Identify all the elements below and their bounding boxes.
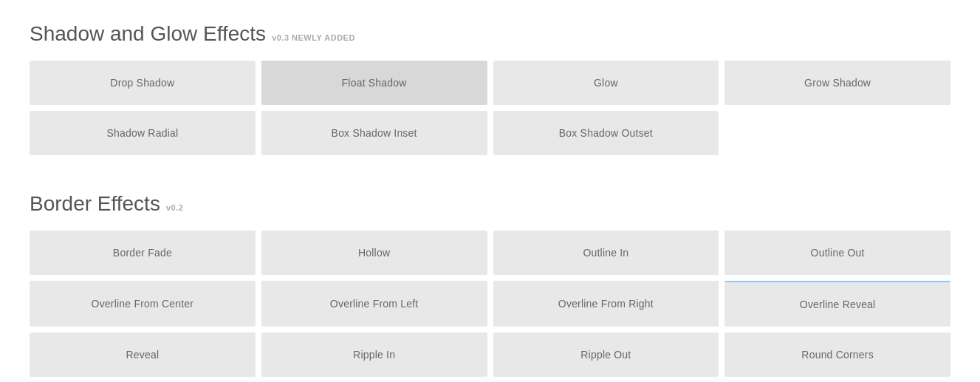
version-badge: v0.2	[166, 203, 183, 212]
effect-button[interactable]: Round Corners	[724, 332, 950, 377]
effect-button[interactable]: Ripple In	[261, 332, 487, 377]
page-container: Shadow and Glow Effectsv0.3 NEWLY ADDEDD…	[30, 22, 950, 382]
effect-button[interactable]: Reveal	[30, 332, 256, 377]
effect-button[interactable]: Drop Shadow	[30, 61, 256, 105]
version-badge: v0.3 NEWLY ADDED	[272, 33, 355, 42]
section-title: Shadow and Glow Effectsv0.3 NEWLY ADDED	[30, 22, 950, 46]
effect-button[interactable]: Overline From Right	[493, 281, 719, 327]
effect-button[interactable]: Outline In	[493, 231, 719, 275]
section-title: Border Effectsv0.2	[30, 192, 950, 216]
effect-button[interactable]: Grow Shadow	[724, 61, 950, 105]
effect-button[interactable]: Border Fade	[30, 231, 256, 275]
section-title-text: Shadow and Glow Effects	[30, 22, 266, 46]
section-shadow-glow: Shadow and Glow Effectsv0.3 NEWLY ADDEDD…	[30, 22, 950, 192]
effect-button[interactable]: Shadow Radial	[30, 111, 256, 155]
effect-button[interactable]: Glow	[493, 61, 719, 105]
effect-button[interactable]: Overline From Left	[261, 281, 487, 327]
empty-cell	[724, 111, 950, 155]
button-grid-border-effects: Border FadeHollowOutline InOutline OutOv…	[30, 231, 950, 377]
effect-button[interactable]: Hollow	[261, 231, 487, 275]
button-grid-shadow-glow: Drop ShadowFloat ShadowGlowGrow ShadowSh…	[30, 61, 950, 155]
section-title-text: Border Effects	[30, 192, 160, 216]
effect-button[interactable]: Overline From Center	[30, 281, 256, 327]
effect-button[interactable]: Float Shadow	[261, 61, 487, 105]
effect-button[interactable]: Ripple Out	[493, 332, 719, 377]
effect-button[interactable]: Box Shadow Outset	[493, 111, 719, 155]
effect-button[interactable]: Box Shadow Inset	[261, 111, 487, 155]
effect-button[interactable]: Outline Out	[724, 231, 950, 275]
effect-button[interactable]: Overline Reveal	[724, 281, 950, 327]
section-border-effects: Border Effectsv0.2Border FadeHollowOutli…	[30, 192, 950, 382]
